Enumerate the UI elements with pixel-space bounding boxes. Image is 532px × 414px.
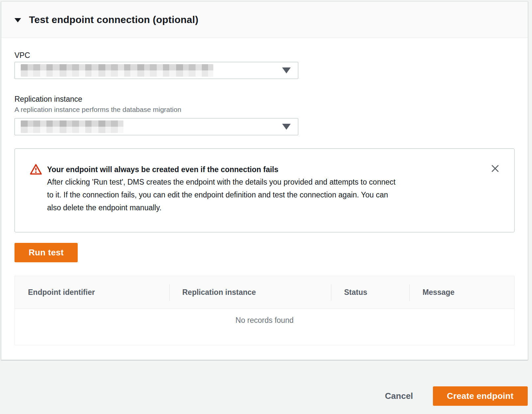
column-header-endpoint-identifier: Endpoint identifier — [15, 276, 169, 308]
collapse-caret-icon — [14, 18, 21, 22]
warning-triangle-icon — [30, 164, 42, 176]
test-results-table: Endpoint identifier Replication instance… — [14, 276, 515, 345]
create-endpoint-button[interactable]: Create endpoint — [433, 386, 528, 406]
test-endpoint-connection-card: Test endpoint connection (optional) VPC … — [1, 1, 528, 360]
form-footer-actions: Cancel Create endpoint — [0, 360, 532, 406]
dropdown-caret-icon — [282, 67, 291, 73]
replication-instance-label: Replication instance — [14, 95, 515, 104]
replication-instance-field: Replication instance A replication insta… — [14, 95, 515, 135]
run-test-button[interactable]: Run test — [14, 243, 78, 262]
warning-alert-body: After clicking 'Run test', DMS creates t… — [47, 176, 395, 214]
warning-alert: Your endpoint will always be created eve… — [14, 148, 515, 232]
dropdown-caret-icon — [282, 124, 291, 130]
no-records-text: No records found — [235, 316, 293, 324]
warning-alert-body-line: After clicking 'Run test', DMS creates t… — [47, 176, 395, 189]
replication-instance-description: A replication instance performs the data… — [14, 106, 515, 114]
replication-instance-selected-value-redacted — [21, 120, 123, 133]
close-icon — [491, 164, 500, 173]
section-title: Test endpoint connection (optional) — [29, 14, 199, 25]
alert-close-button[interactable] — [489, 162, 502, 175]
cancel-button[interactable]: Cancel — [382, 391, 415, 401]
warning-alert-body-line: to it. If the connection fails, you can … — [47, 189, 395, 201]
warning-alert-content: Your endpoint will always be created eve… — [47, 163, 395, 214]
column-header-status: Status — [331, 276, 409, 308]
warning-alert-title: Your endpoint will always be created eve… — [47, 163, 395, 176]
column-header-message: Message — [409, 276, 514, 308]
vpc-field: VPC — [14, 51, 515, 79]
vpc-select[interactable] — [14, 62, 298, 79]
table-empty-state: No records found — [15, 309, 514, 345]
section-body: VPC Replication instance A replication i… — [1, 38, 528, 360]
vpc-selected-value-redacted — [21, 64, 213, 77]
vpc-label: VPC — [14, 51, 515, 60]
table-header-row: Endpoint identifier Replication instance… — [15, 276, 514, 309]
section-header-test-endpoint-connection[interactable]: Test endpoint connection (optional) — [1, 2, 528, 38]
column-header-replication-instance: Replication instance — [169, 276, 331, 308]
replication-instance-select[interactable] — [14, 118, 298, 135]
warning-alert-body-line: also delete the endpoint manually. — [47, 201, 395, 214]
